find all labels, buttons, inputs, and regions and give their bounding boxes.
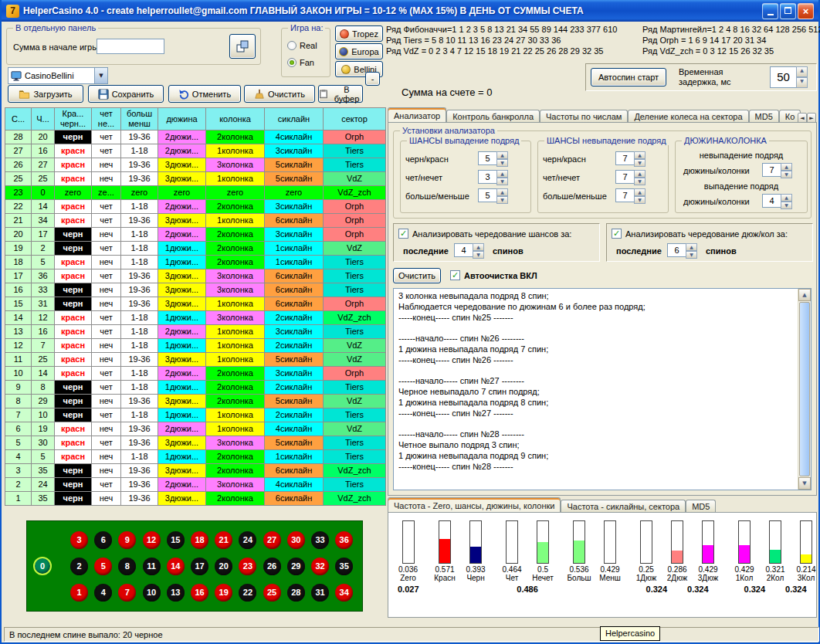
spin-row[interactable]: 98чернчет1-181дюжи...2колонка2сиклайнTie… [5, 381, 386, 395]
autospin-start-button[interactable]: Автоспин старт [591, 68, 666, 86]
roulette-number-3[interactable]: 3 [70, 531, 88, 549]
spin-row[interactable]: 2716краснчет1-182дюжи...1колонка3сиклайн… [5, 144, 386, 158]
g2-black-red-spinner[interactable]: 7▲▼ [615, 151, 645, 165]
spinner-up-icon[interactable]: ▲ [634, 188, 645, 196]
roulette-number-9[interactable]: 9 [118, 531, 136, 549]
scroll-thumb[interactable] [799, 302, 810, 476]
spinner-down-icon[interactable]: ▼ [634, 178, 645, 185]
g1-black-red-spinner[interactable]: 5▲▼ [478, 151, 508, 165]
g1-high-low-spinner[interactable]: 5▲▼ [478, 188, 508, 202]
roulette-number-34[interactable]: 34 [335, 584, 353, 602]
roulette-number-11[interactable]: 11 [143, 558, 161, 575]
roulette-number-13[interactable]: 13 [167, 584, 185, 602]
roulette-number-2[interactable]: 2 [70, 558, 88, 575]
tab-частота-zero-шансы-дюжины-колонки[interactable]: Частота - Zero, шансы, дюжины, колонки [388, 497, 561, 513]
spin-row[interactable]: 2017черннеч1-182дюжи...2колонка3сиклайнO… [5, 228, 386, 242]
alt-chances-checkbox[interactable]: ✓ [398, 229, 408, 239]
spinner-up-icon[interactable]: ▲ [781, 163, 792, 171]
spinner-up-icon[interactable]: ▲ [781, 194, 792, 202]
load-button[interactable]: Загрузить [8, 85, 83, 103]
spinner-down-icon[interactable]: ▼ [496, 159, 508, 167]
start-sum-input[interactable] [97, 39, 164, 54]
clear-button[interactable]: Очистить [244, 85, 315, 103]
spin-row[interactable]: 230zeroze...zerozerozerozeroVdZ_zch [5, 186, 386, 200]
roulette-number-7[interactable]: 7 [118, 584, 136, 602]
spin-row[interactable]: 135черннеч19-363дюжи...2колонка6сиклайнV… [5, 492, 386, 506]
spin-row[interactable]: 530краснчет19-363дюжи...3колонка5сиклайн… [5, 436, 386, 450]
detach-panel-button[interactable] [229, 34, 256, 59]
clear-log-button[interactable]: Очистить [393, 268, 441, 283]
roulette-number-18[interactable]: 18 [191, 531, 208, 549]
roulette-number-22[interactable]: 22 [239, 584, 256, 602]
spin-row[interactable]: 1014краснчет1-182дюжи...2колонка3сиклайн… [5, 367, 386, 381]
roulette-number-31[interactable]: 31 [311, 584, 329, 602]
roulette-number-6[interactable]: 6 [94, 531, 112, 549]
spin-row[interactable]: 185красннеч1-181дюжи...2колонка1сиклайнT… [5, 256, 386, 269]
roulette-number-19[interactable]: 19 [215, 584, 232, 602]
close-button[interactable]: × [798, 3, 814, 19]
g1-even-odd-spinner[interactable]: 3▲▼ [478, 170, 508, 184]
spinner-down-icon[interactable]: ▼ [796, 77, 808, 88]
spin-row[interactable]: 2134краснчет19-363дюжи...1колонка6сиклай… [5, 214, 386, 228]
g3-miss-spinner[interactable]: 7▲▼ [762, 163, 792, 177]
log-scrollbar[interactable]: ▲ ▼ [798, 289, 811, 490]
roulette-number-4[interactable]: 4 [94, 584, 112, 602]
tab-частоты-по-числам[interactable]: Частоты по числам [540, 110, 628, 123]
autoclear-checkbox[interactable]: ✓ [450, 270, 460, 280]
buffer-button[interactable]: В буфер [318, 85, 363, 103]
spin-row[interactable]: 1736краснчет19-363дюжи...3колонка6сиклай… [5, 269, 386, 283]
radio-fan[interactable] [287, 58, 296, 67]
roulette-number-21[interactable]: 21 [215, 531, 232, 549]
roulette-number-33[interactable]: 33 [311, 531, 329, 549]
roulette-number-12[interactable]: 12 [143, 531, 161, 549]
spin-row[interactable]: 2214краснчет1-182дюжи...2колонка3сиклайн… [5, 200, 386, 214]
roulette-number-27[interactable]: 27 [263, 531, 281, 549]
roulette-number-23[interactable]: 23 [239, 558, 256, 575]
spinner-up-icon[interactable]: ▲ [796, 66, 808, 77]
roulette-number-5[interactable]: 5 [94, 558, 112, 575]
spinner-up-icon[interactable]: ▲ [634, 151, 645, 159]
undo-button[interactable]: Отменить [168, 85, 241, 103]
roulette-number-24[interactable]: 24 [239, 531, 256, 549]
roulette-number-16[interactable]: 16 [191, 584, 208, 602]
tab-md5[interactable]: MD5 [686, 500, 716, 513]
spinner-down-icon[interactable]: ▼ [496, 178, 508, 185]
scroll-up-icon[interactable]: ▲ [798, 289, 811, 301]
spin-row[interactable]: 619красннеч19-362дюжи...1колонка4сиклайн… [5, 422, 386, 436]
roulette-number-26[interactable]: 26 [263, 558, 281, 575]
spinner-down-icon[interactable]: ▼ [634, 196, 645, 204]
roulette-number-15[interactable]: 15 [167, 531, 185, 549]
delay-spinner[interactable]: 50▲▼ [770, 66, 808, 88]
europa-button[interactable]: Europa [335, 43, 383, 59]
roulette-number-30[interactable]: 30 [287, 531, 305, 549]
g2-even-odd-spinner[interactable]: 7▲▼ [615, 170, 645, 184]
roulette-number-35[interactable]: 35 [335, 558, 353, 575]
spinner-up-icon[interactable]: ▲ [496, 188, 508, 196]
spin-row[interactable]: 45красннеч1-181дюжи...2колонка1сиклайнTi… [5, 450, 386, 464]
spinner-down-icon[interactable]: ▼ [686, 251, 697, 259]
spinner-up-icon[interactable]: ▲ [496, 170, 508, 178]
save-button[interactable]: Сохранить [88, 85, 164, 103]
spin-row[interactable]: 1633черннеч19-363дюжи...3колонка6сиклайн… [5, 283, 386, 297]
alt-dozens-spinner[interactable]: 6▲▼ [667, 243, 697, 257]
roulette-number-32[interactable]: 32 [311, 558, 329, 575]
tab-частота-сиклайны-сектора[interactable]: Частота - сиклайны, сектора [561, 500, 686, 513]
g2-high-low-spinner[interactable]: 7▲▼ [615, 188, 645, 202]
spinner-down-icon[interactable]: ▼ [473, 251, 484, 259]
tab-md5[interactable]: MD5 [749, 110, 779, 123]
spin-row[interactable]: 1531черннеч19-363дюжи...1колонка6сиклайн… [5, 297, 386, 311]
maximize-button[interactable] [780, 3, 796, 19]
tab-контроль-банкролла[interactable]: Контроль банкролла [446, 110, 540, 123]
spinner-up-icon[interactable]: ▲ [634, 170, 645, 178]
spin-row[interactable]: 2627красннеч19-363дюжи...3колонка5сиклай… [5, 158, 386, 172]
alt-chances-spinner[interactable]: 4▲▼ [454, 243, 484, 257]
spin-row[interactable]: 710чернчет1-181дюжи...1колонка2сиклайнTi… [5, 408, 386, 422]
minimize-button[interactable] [762, 3, 778, 19]
spin-row[interactable]: 335черннеч19-363дюжи...2колонка6сиклайнV… [5, 464, 386, 478]
spinner-down-icon[interactable]: ▼ [781, 202, 792, 209]
roulette-number-10[interactable]: 10 [143, 584, 161, 602]
tab-деление-колеса-на-сектора[interactable]: Деление колеса на сектора [628, 110, 748, 123]
spinner-down-icon[interactable]: ▼ [496, 196, 508, 204]
roulette-number-20[interactable]: 20 [215, 558, 232, 575]
spinner-down-icon[interactable]: ▼ [781, 171, 792, 178]
